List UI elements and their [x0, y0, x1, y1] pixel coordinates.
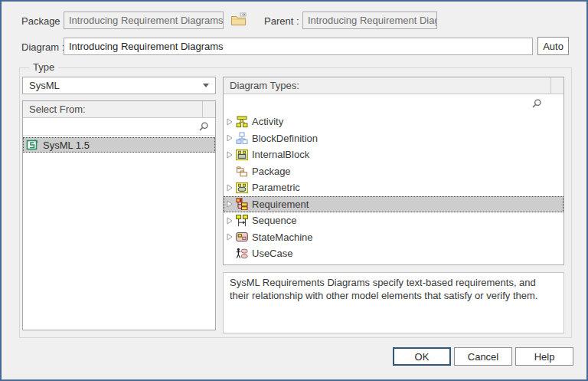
- select-from-panel: Select From: SysML 1.5: [22, 100, 216, 330]
- ok-button[interactable]: OK: [393, 347, 451, 366]
- diagram-type-row-requirement[interactable]: Requirement: [224, 196, 564, 213]
- type-combo-value: SysML: [29, 80, 60, 91]
- expand-arrow-icon[interactable]: [224, 217, 235, 225]
- auto-button[interactable]: Auto: [537, 37, 569, 55]
- diagram-type-row-statemachine[interactable]: StateMachine: [224, 229, 564, 246]
- diagram-type-row-sequence[interactable]: Sequence: [224, 212, 564, 229]
- diagram-type-row-package[interactable]: Package: [224, 163, 564, 180]
- search-icon: [198, 121, 209, 134]
- diagram-type-row-label: Activity: [252, 116, 283, 127]
- diagram-types-list: ActivityBlockDefinitionInternalBlockPack…: [224, 113, 564, 262]
- select-from-list: SysML 1.5: [23, 137, 215, 153]
- diagram-type-row-internalblock[interactable]: InternalBlock: [224, 146, 564, 163]
- diagram-type-row-activity[interactable]: Activity: [224, 113, 564, 130]
- auto-button-label: Auto: [543, 41, 564, 52]
- help-button[interactable]: Help: [515, 347, 573, 366]
- column-separator: [550, 77, 551, 94]
- diagram-type-row-label: UseCase: [252, 248, 292, 259]
- requirement-icon: [235, 198, 249, 210]
- expand-arrow-icon[interactable]: [224, 200, 235, 208]
- sysml-profile-icon: [26, 139, 38, 151]
- usecase-icon: [235, 248, 249, 260]
- package-field: Introducing Requirement Diagrams: [64, 11, 224, 29]
- folder-icon: [230, 12, 247, 29]
- cancel-button[interactable]: Cancel: [454, 347, 512, 366]
- diagram-type-row-label: Sequence: [252, 215, 297, 226]
- diagram-type-row-label: InternalBlock: [252, 149, 309, 160]
- select-from-search[interactable]: [23, 118, 215, 136]
- statemachine-icon: [235, 231, 249, 243]
- expand-arrow-icon[interactable]: [224, 118, 235, 126]
- column-separator: [202, 101, 203, 117]
- diagram-type-row-label: BlockDefinition: [252, 133, 318, 144]
- cancel-button-label: Cancel: [468, 351, 498, 363]
- select-from-item-label: SysML 1.5: [43, 140, 90, 151]
- diagram-type-row-label: Package: [252, 166, 291, 177]
- search-icon: [531, 98, 542, 111]
- diagram-type-row-label: Requirement: [252, 199, 309, 210]
- activity-icon: [235, 116, 249, 128]
- diagram-name-input[interactable]: Introducing Requirement Diagrams: [64, 38, 533, 55]
- diagram-type-description: SysML Requirements Diagrams specify text…: [223, 272, 564, 333]
- internalblock-icon: [235, 149, 249, 161]
- ok-button-label: OK: [415, 351, 430, 363]
- package-field-value: Introducing Requirement Diagrams: [69, 15, 224, 26]
- diagram-types-search[interactable]: [224, 94, 564, 113]
- diagram-type-row-parametric[interactable]: Parametric: [224, 179, 564, 196]
- select-from-header-label: Select From:: [29, 103, 86, 115]
- parent-label: Parent :: [264, 15, 299, 28]
- parametric-icon: [235, 182, 249, 194]
- diagram-type-row-label: Parametric: [252, 182, 300, 193]
- diagram-type-row-blockdefinition[interactable]: BlockDefinition: [224, 130, 564, 147]
- diagram-type-row-label: StateMachine: [252, 232, 313, 243]
- select-from-item-sysml-1-5[interactable]: SysML 1.5: [23, 137, 215, 153]
- package-icon: [235, 165, 249, 177]
- diagram-type-row-usecase[interactable]: UseCase: [224, 245, 564, 262]
- diagram-types-panel: Diagram Types: ActivityBlockDefinitionIn…: [223, 77, 564, 265]
- expand-arrow-icon[interactable]: [224, 184, 235, 192]
- chevron-down-icon: [203, 84, 209, 87]
- package-label: Package :: [21, 15, 66, 28]
- parent-field: Introducing Requirement Diagrams: [302, 11, 437, 29]
- type-groupbox-label: Type: [29, 61, 58, 73]
- select-from-header: Select From:: [23, 101, 215, 118]
- diagram-label: Diagram :: [21, 41, 64, 54]
- diagram-name-value: Introducing Requirement Diagrams: [69, 41, 224, 52]
- browse-package-button[interactable]: [228, 11, 250, 30]
- sequence-icon: [235, 215, 249, 227]
- diagram-types-header: Diagram Types:: [224, 77, 564, 94]
- help-button-label: Help: [534, 351, 555, 363]
- new-diagram-dialog: Package : Introducing Requirement Diagra…: [0, 0, 588, 381]
- expand-arrow-icon[interactable]: [224, 134, 235, 142]
- blockdefinition-icon: [235, 132, 249, 144]
- expand-arrow-icon[interactable]: [224, 233, 235, 241]
- expand-arrow-icon[interactable]: [224, 151, 235, 159]
- parent-field-value: Introducing Requirement Diagrams: [308, 15, 437, 26]
- diagram-types-header-label: Diagram Types:: [230, 80, 299, 91]
- type-combo[interactable]: SysML: [22, 77, 216, 94]
